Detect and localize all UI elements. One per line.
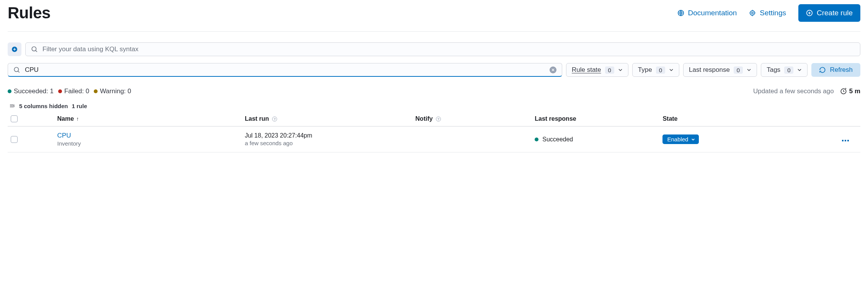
info-icon[interactable]: ? xyxy=(272,117,277,122)
plus-filled-icon xyxy=(11,46,18,52)
search-icon xyxy=(31,46,38,53)
last-response-filter[interactable]: Last response 0 xyxy=(683,63,757,77)
row-actions-button[interactable] xyxy=(842,140,849,141)
documentation-icon xyxy=(677,10,684,16)
header-actions: Documentation Settings Create rule xyxy=(677,4,860,22)
kql-input[interactable] xyxy=(42,45,855,53)
column-header-last-response[interactable]: Last response xyxy=(532,112,659,126)
kql-input-container[interactable] xyxy=(25,42,860,56)
chevron-down-icon xyxy=(747,68,751,72)
chevron-down-icon xyxy=(691,138,695,141)
select-all-checkbox[interactable] xyxy=(11,115,18,122)
column-header-notify[interactable]: Notify ? xyxy=(412,112,532,126)
table-row: CPU Inventory Jul 18, 2023 20:27:44pm a … xyxy=(8,126,860,152)
gear-icon xyxy=(749,10,756,16)
hidden-columns-text[interactable]: 5 columns hidden xyxy=(19,103,68,109)
sort-asc-icon: ↑ xyxy=(76,116,79,122)
last-response-count: 0 xyxy=(734,66,743,74)
rule-type-label: Inventory xyxy=(57,140,239,147)
state-label: Enabled xyxy=(667,136,688,143)
last-run-relative: a few seconds ago xyxy=(245,140,410,146)
status-dot-icon xyxy=(58,89,62,93)
column-header-last-run[interactable]: Last run ? xyxy=(242,112,413,126)
add-filter-button[interactable] xyxy=(8,42,21,56)
updated-text: Updated a few seconds ago xyxy=(753,87,834,95)
close-icon xyxy=(551,68,555,71)
kql-filter-row xyxy=(8,42,860,56)
rule-state-count: 0 xyxy=(605,66,614,74)
search-input[interactable] xyxy=(25,66,545,74)
settings-label: Settings xyxy=(760,9,786,17)
info-icon[interactable]: ? xyxy=(436,117,441,122)
table-meta: 5 columns hidden 1 rule xyxy=(8,103,860,109)
type-label: Type xyxy=(638,66,652,74)
rule-count-text: 1 rule xyxy=(72,103,87,109)
svg-point-1 xyxy=(752,12,754,14)
svg-point-4 xyxy=(32,47,36,51)
row-checkbox[interactable] xyxy=(11,136,18,143)
last-response-cell: Succeeded xyxy=(535,136,656,143)
interval-label: 5 m xyxy=(849,87,860,95)
status-counts: Succeeded: 1 Failed: 0 Warning: 0 xyxy=(8,87,131,95)
type-count: 0 xyxy=(656,66,665,74)
column-header-name[interactable]: Name↑ xyxy=(54,112,242,126)
settings-link[interactable]: Settings xyxy=(749,9,786,17)
state-toggle[interactable]: Enabled xyxy=(662,134,699,144)
failed-count: Failed: 0 xyxy=(64,87,89,95)
search-icon xyxy=(13,66,20,73)
last-response-text: Succeeded xyxy=(542,136,573,143)
notify-cell xyxy=(412,126,532,152)
refresh-button[interactable]: Refresh xyxy=(811,63,860,77)
chevron-down-icon xyxy=(618,68,623,72)
page-header: Rules Documentation Settings Create rule xyxy=(8,4,860,32)
clock-refresh-icon xyxy=(840,88,847,95)
refresh-interval[interactable]: 5 m xyxy=(840,87,860,95)
column-header-state[interactable]: State xyxy=(659,112,804,126)
create-rule-button[interactable]: Create rule xyxy=(798,4,860,22)
status-dot-icon xyxy=(8,89,11,93)
warning-count: Warning: 0 xyxy=(100,87,131,95)
status-bar: Succeeded: 1 Failed: 0 Warning: 0 Update… xyxy=(8,87,860,95)
status-dot-icon xyxy=(535,138,538,141)
rule-name-link[interactable]: CPU xyxy=(57,132,239,139)
rule-state-filter[interactable]: Rule state 0 xyxy=(566,63,628,77)
rules-table: Name↑ Last run ? Notify ? Last response … xyxy=(8,112,860,152)
columns-icon xyxy=(9,103,15,109)
svg-point-0 xyxy=(678,10,684,16)
status-dot-icon xyxy=(94,89,98,93)
succeeded-count: Succeeded: 1 xyxy=(14,87,54,95)
refresh-label: Refresh xyxy=(830,66,853,74)
last-run-time: Jul 18, 2023 20:27:44pm xyxy=(245,132,410,139)
tags-label: Tags xyxy=(767,66,780,74)
tags-count: 0 xyxy=(784,66,793,74)
documentation-label: Documentation xyxy=(688,9,737,17)
create-rule-label: Create rule xyxy=(817,9,853,17)
status-updated: Updated a few seconds ago 5 m xyxy=(753,87,860,95)
last-response-label: Last response xyxy=(689,66,730,74)
rule-state-label: Rule state xyxy=(572,66,601,74)
clear-search-button[interactable] xyxy=(550,66,556,73)
search-input-container[interactable] xyxy=(8,63,562,77)
type-filter[interactable]: Type 0 xyxy=(632,63,679,77)
refresh-icon xyxy=(819,66,826,73)
plus-circle-icon xyxy=(806,10,813,16)
svg-point-5 xyxy=(14,67,18,71)
documentation-link[interactable]: Documentation xyxy=(677,9,737,17)
search-filter-row: Rule state 0 Type 0 Last response 0 Tags… xyxy=(8,63,860,77)
chevron-down-icon xyxy=(669,68,674,72)
page-title: Rules xyxy=(8,4,51,22)
tags-filter[interactable]: Tags 0 xyxy=(761,63,808,77)
chevron-down-icon xyxy=(797,68,802,72)
